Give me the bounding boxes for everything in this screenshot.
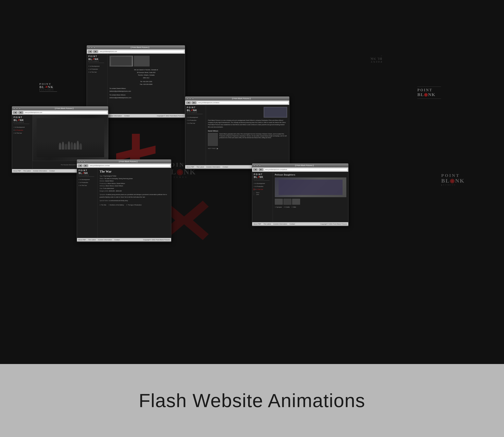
content-area: POINT BL✗NK PICTURES II In Development I… bbox=[87, 54, 185, 114]
war-cast-lbl: Cast: bbox=[100, 188, 103, 189]
contact2-label: To contact Alison Minors: bbox=[110, 94, 183, 96]
war-footer-latest[interactable]: The Latest bbox=[88, 239, 96, 241]
contact-info: We are based in Toronto, Canada at: 35 D… bbox=[110, 69, 183, 99]
about-footer-about[interactable]: About PBP bbox=[186, 166, 194, 168]
nav-development[interactable]: II In Development bbox=[88, 65, 106, 67]
related-war[interactable]: II The War bbox=[100, 204, 106, 206]
war-footer-about[interactable]: About PBP bbox=[78, 239, 86, 241]
back-btn-5[interactable]: ◀ bbox=[253, 168, 258, 171]
cast-steve: Steve bbox=[256, 192, 271, 193]
back-btn-3[interactable]: ◀ bbox=[13, 111, 18, 114]
address1: 35 Duncan Street, Suite 602 bbox=[110, 71, 183, 74]
min-btn-2[interactable] bbox=[189, 98, 191, 99]
pelican-logo: POINT BL✗NK PICTURES bbox=[254, 173, 271, 181]
pel-nav-prod[interactable]: II In Production bbox=[254, 186, 271, 187]
thumb-1[interactable] bbox=[275, 199, 283, 205]
about-footer-contact[interactable]: Contact bbox=[223, 166, 228, 168]
navbar-5: ◀ ▶ www.pointblankpictures.com/pelican bbox=[252, 168, 348, 172]
sil-2 bbox=[62, 142, 64, 149]
address-bar[interactable]: www.pointblankpictures.com bbox=[99, 50, 184, 53]
pel-footer-about[interactable]: About PBP bbox=[253, 223, 261, 225]
address-bar-3[interactable]: www.pointblankpictures.com bbox=[24, 111, 107, 114]
fs-nav-dev[interactable]: II In Development bbox=[14, 126, 31, 128]
about-nav-prod[interactable]: II In Production bbox=[187, 119, 204, 121]
nav-can[interactable]: II In The Can bbox=[88, 71, 106, 73]
next-page[interactable]: NEXT PAGE ▶ bbox=[208, 147, 287, 149]
back-btn[interactable]: ◀ bbox=[88, 50, 92, 53]
war-notes-lbl: Special Notes: bbox=[100, 200, 109, 201]
thumb-2[interactable] bbox=[283, 199, 291, 205]
browser-window-about: || Point Blank Pictures || ◀ ▶ www.point… bbox=[185, 96, 289, 169]
war-logo: POINT BL✗NK PICTURES bbox=[79, 169, 96, 177]
back-btn-2[interactable]: ◀ bbox=[186, 101, 191, 104]
war-content-area: POINT BL✗NK PICTURES II In Development I… bbox=[77, 168, 171, 238]
fs-footer-latest[interactable]: The Latest bbox=[23, 170, 31, 172]
tab-stills[interactable]: II Stills bbox=[292, 206, 296, 208]
related-age[interactable]: II The Age of Realization bbox=[126, 204, 142, 206]
forward-btn-5[interactable]: ▶ bbox=[259, 168, 263, 171]
tab-synopsis[interactable]: II Synopsis bbox=[275, 206, 282, 208]
about-logo-blank: BL✗NK bbox=[187, 109, 204, 112]
thumb-3[interactable] bbox=[292, 199, 300, 205]
cast-1996: 1996 bbox=[256, 194, 271, 195]
fs-footer-contact[interactable]: Contact bbox=[50, 170, 55, 172]
pel-footer-investor[interactable]: Investor Information bbox=[273, 223, 287, 225]
war-budget-row: Budget (USD): $150,000 - $300,000 bbox=[100, 190, 169, 192]
close-btn-2[interactable] bbox=[186, 98, 188, 99]
about-footer-investor[interactable]: Investor Information bbox=[206, 166, 220, 168]
pel-footer-contact[interactable]: Contact bbox=[290, 223, 295, 225]
about-nav-can[interactable]: II In The Can bbox=[187, 122, 204, 124]
logo-top-right-flipped: POINT BL NK O' bbox=[370, 55, 382, 63]
war-footer-contact[interactable]: Contact bbox=[114, 239, 120, 241]
close-btn-3[interactable] bbox=[13, 108, 15, 109]
fs-nav-prod[interactable]: II In Production bbox=[14, 129, 31, 131]
war-nav-dev[interactable]: II In Development bbox=[79, 179, 96, 180]
pel-nav-dev[interactable]: II In Development bbox=[254, 183, 271, 184]
logo-far-right-bottom: POINT BL◉NK pictures bbox=[441, 173, 465, 186]
war-type-row: Type: Psychological Thriller bbox=[100, 175, 169, 178]
address-bar-4[interactable]: www.pointblankpictures.com/war bbox=[89, 164, 170, 167]
max-btn-5[interactable] bbox=[259, 165, 261, 167]
fs-footer-about[interactable]: About PBP bbox=[13, 170, 21, 172]
war-nav-prod[interactable]: II In Production bbox=[79, 182, 96, 183]
window-title-3: || Point Blank Pictures || bbox=[21, 108, 107, 109]
pel-nav-can[interactable]: II In The Can bbox=[254, 189, 271, 190]
footer-contact[interactable]: Contact bbox=[124, 115, 130, 117]
max-btn[interactable] bbox=[93, 46, 95, 48]
min-btn[interactable] bbox=[91, 46, 93, 48]
forward-btn-4[interactable]: ▶ bbox=[83, 164, 88, 167]
back-btn-4[interactable]: ◀ bbox=[78, 164, 82, 167]
titlebar-pelican: || Point Blank Pictures || bbox=[252, 163, 348, 168]
related-brothers[interactable]: II Brothers of the Battery bbox=[109, 204, 124, 206]
forward-btn[interactable]: ▶ bbox=[93, 50, 98, 53]
close-btn-4[interactable] bbox=[78, 160, 80, 162]
tab-credits[interactable]: II Credits bbox=[284, 206, 290, 208]
fs-nav-can[interactable]: II In The Can bbox=[14, 132, 31, 134]
war-footer-investor[interactable]: Investor Information bbox=[98, 239, 112, 241]
min-btn-5[interactable] bbox=[256, 165, 258, 167]
address2: Toronto, Ontario, Canada bbox=[110, 74, 183, 77]
footer-investor[interactable]: Investor Information bbox=[108, 115, 122, 117]
contact-heading: We are based in Toronto, Canada at: bbox=[110, 69, 183, 71]
max-btn-3[interactable] bbox=[19, 108, 21, 109]
min-btn-4[interactable] bbox=[81, 160, 83, 162]
pel-copyright: Copyright © 2002 Point Blank Pictures bbox=[320, 223, 347, 225]
close-btn[interactable] bbox=[88, 46, 90, 48]
war-cast-row: Cast: To be determined. bbox=[100, 187, 169, 190]
pelican-tabs: II Synopsis II Credits II Stills bbox=[275, 206, 346, 208]
fs-footer-investor[interactable]: Investor Information bbox=[33, 170, 47, 172]
pel-footer-latest[interactable]: The Latest bbox=[263, 223, 271, 225]
about-footer-latest[interactable]: The Latest bbox=[196, 166, 204, 168]
forward-btn-2[interactable]: ▶ bbox=[192, 101, 196, 104]
forward-btn-3[interactable]: ▶ bbox=[18, 111, 23, 114]
war-nav-can[interactable]: II In The Can bbox=[79, 185, 96, 186]
address-bar-5[interactable]: www.pointblankpictures.com/pelican bbox=[264, 168, 347, 171]
max-btn-4[interactable] bbox=[84, 160, 86, 162]
about-nav-dev[interactable]: II In Development bbox=[187, 117, 204, 118]
cast-list: Steve 1996 bbox=[254, 192, 271, 195]
min-btn-3[interactable] bbox=[16, 108, 18, 109]
nav-production[interactable]: II In Production bbox=[88, 68, 106, 70]
address-bar-2[interactable]: www.pointblankpictures.com/about bbox=[197, 101, 288, 104]
max-btn-2[interactable] bbox=[192, 98, 194, 99]
close-btn-5[interactable] bbox=[253, 165, 255, 167]
